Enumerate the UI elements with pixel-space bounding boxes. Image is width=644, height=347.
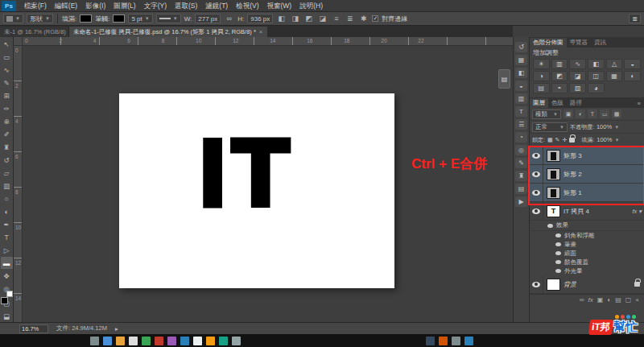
tab-channels[interactable]: 色版 bbox=[548, 98, 567, 108]
layer-name[interactable]: 矩形 3 bbox=[564, 151, 582, 160]
rectangle-shape-tool[interactable]: ▬ bbox=[1, 257, 13, 269]
fill-swatch[interactable] bbox=[80, 14, 92, 23]
filter-kind-dropdown[interactable]: 種類▼ bbox=[532, 109, 561, 119]
blur-tool[interactable]: ○ bbox=[1, 192, 13, 204]
dodge-tool[interactable]: ◐ bbox=[1, 205, 13, 217]
timeline-panel-icon[interactable]: ▤ bbox=[515, 184, 527, 194]
layer-thumbnail[interactable] bbox=[547, 168, 560, 180]
taskbar-app-icon[interactable] bbox=[155, 337, 163, 345]
exclude-shape-icon[interactable]: ◪ bbox=[317, 14, 328, 23]
taskbar-tray-icon[interactable] bbox=[426, 337, 435, 345]
tab-histogram[interactable]: 色階分佈圖 bbox=[530, 38, 567, 48]
path-selection-tool[interactable]: ▷ bbox=[1, 244, 13, 256]
text-layer-thumbnail[interactable]: T bbox=[547, 205, 560, 217]
taskbar-tray-icon[interactable] bbox=[452, 337, 460, 345]
info-panel-icon[interactable]: ◔ bbox=[515, 132, 527, 143]
eye-icon[interactable] bbox=[555, 260, 561, 264]
intersect-shape-icon[interactable]: ◩ bbox=[303, 14, 314, 23]
align-edges-checkbox[interactable]: ✓ bbox=[372, 15, 378, 22]
panel-menu-icon[interactable]: ≡ bbox=[634, 98, 644, 108]
canvas-area[interactable]: 0 2 4 6 8 10 12 14 16 18 20 22 0 2 4 6 8… bbox=[14, 37, 513, 322]
new-adjustment-layer-icon[interactable]: ◐ bbox=[607, 296, 611, 304]
menu-view[interactable]: 檢視(V) bbox=[232, 0, 262, 12]
visibility-toggle[interactable] bbox=[530, 184, 543, 201]
taskbar-app-icon[interactable] bbox=[129, 337, 138, 345]
fill-amount-value[interactable]: 100% bbox=[597, 136, 612, 143]
layer-row-rect2[interactable]: 矩形 2 bbox=[530, 165, 644, 184]
taskbar-app-icon[interactable] bbox=[116, 337, 125, 345]
link-layers-icon[interactable]: ∞ bbox=[580, 296, 584, 304]
filter-pixel-layers-icon[interactable]: ▣ bbox=[564, 109, 573, 118]
color-lookup-icon[interactable]: ▦ bbox=[606, 71, 623, 81]
combine-shapes-icon[interactable]: ◧ bbox=[276, 14, 287, 23]
clone-stamp-tool[interactable]: ♜ bbox=[1, 141, 13, 153]
stroke-width-dropdown[interactable]: 5 pt▼ bbox=[128, 14, 152, 23]
visibility-toggle[interactable] bbox=[530, 275, 543, 293]
visibility-toggle[interactable] bbox=[530, 202, 543, 220]
eye-icon[interactable] bbox=[555, 233, 561, 238]
layer-style-icon[interactable]: fx bbox=[588, 296, 593, 304]
spot-healing-tool[interactable]: ⊕ bbox=[1, 115, 13, 127]
taskbar-app-icon[interactable] bbox=[142, 337, 151, 345]
foreground-color-swatch[interactable] bbox=[1, 297, 8, 304]
history-brush-tool[interactable]: ↺ bbox=[1, 154, 13, 166]
tab-info[interactable]: 資訊 bbox=[591, 38, 609, 48]
delete-layer-icon[interactable]: × bbox=[635, 296, 639, 304]
effect-bevel-emboss[interactable]: 斜角和浮雕 bbox=[530, 231, 644, 240]
document-canvas[interactable]: IT bbox=[119, 93, 394, 288]
blend-mode-dropdown[interactable]: 正常▼ bbox=[532, 122, 568, 132]
background-color-swatch[interactable] bbox=[6, 291, 13, 297]
layer-row-rect3[interactable]: 矩形 3 bbox=[530, 147, 644, 165]
tab-paths[interactable]: 路徑 bbox=[567, 98, 585, 108]
move-tool[interactable]: ↖ bbox=[1, 38, 13, 50]
curves-icon[interactable]: ∿ bbox=[569, 59, 586, 69]
eye-icon[interactable] bbox=[555, 251, 561, 255]
threshold-icon[interactable]: ◓ bbox=[551, 83, 568, 93]
menu-file[interactable]: 檔案(F) bbox=[20, 0, 51, 12]
layer-name[interactable]: IT 拷貝 4 bbox=[564, 207, 589, 216]
gradient-tool[interactable]: ▥ bbox=[1, 180, 13, 192]
tab-navigator[interactable]: 導覽器 bbox=[567, 38, 592, 48]
layer-thumbnail[interactable] bbox=[547, 187, 560, 199]
zoom-level-field[interactable]: 16.7% bbox=[19, 324, 48, 333]
posterize-icon[interactable]: ▤ bbox=[533, 83, 550, 93]
link-dimensions-icon[interactable]: ∞ bbox=[224, 14, 234, 23]
tool-preset-picker[interactable]: ▼ bbox=[3, 14, 23, 23]
invert-icon[interactable]: ◐ bbox=[624, 71, 641, 81]
taskbar-tray-icon[interactable] bbox=[464, 337, 473, 345]
crop-tool[interactable]: ⊞ bbox=[1, 89, 13, 101]
effects-header-row[interactable]: 效果 bbox=[530, 221, 644, 231]
eyedropper-tool[interactable]: ✑ bbox=[1, 102, 13, 114]
background-thumbnail[interactable] bbox=[547, 279, 560, 291]
layer-row-text[interactable]: T IT 拷貝 4 fx▾ bbox=[530, 202, 644, 221]
hand-tool[interactable]: ✥ bbox=[1, 270, 13, 282]
tool-mode-dropdown[interactable]: 形狀▼ bbox=[27, 14, 53, 23]
gradient-map-icon[interactable]: ▧ bbox=[569, 83, 586, 93]
filter-type-layers-icon[interactable]: T bbox=[588, 109, 597, 118]
pen-tool[interactable]: ✒ bbox=[1, 218, 13, 230]
eye-icon[interactable] bbox=[547, 224, 553, 228]
actions-panel-icon[interactable]: ▶ bbox=[515, 196, 527, 207]
lock-all-icon[interactable] bbox=[569, 138, 575, 143]
character-panel-icon[interactable]: T bbox=[515, 106, 527, 117]
stroke-type-dropdown[interactable]: ▼ bbox=[156, 14, 181, 23]
history-panel-icon[interactable]: ↺ bbox=[515, 42, 527, 52]
taskbar-app-icon[interactable] bbox=[193, 337, 202, 345]
taskbar-app-icon[interactable] bbox=[219, 337, 228, 345]
taskbar-app-icon[interactable] bbox=[90, 337, 99, 345]
stroke-swatch[interactable] bbox=[113, 14, 125, 23]
hue-saturation-icon[interactable]: ◒ bbox=[624, 59, 641, 69]
layer-fx-badge[interactable]: fx▾ bbox=[632, 208, 644, 215]
layer-name[interactable]: 背景 bbox=[564, 280, 576, 289]
effect-outer-glow[interactable]: 外光暈 bbox=[530, 266, 644, 275]
status-options-arrow-icon[interactable]: ▸ bbox=[115, 325, 118, 333]
opacity-value[interactable]: 100% bbox=[597, 123, 612, 130]
visibility-toggle[interactable] bbox=[530, 147, 543, 164]
marquee-tool[interactable]: ▭ bbox=[1, 51, 13, 63]
filter-shape-layers-icon[interactable]: ▭ bbox=[600, 109, 609, 118]
subtract-shape-icon[interactable]: ◨ bbox=[290, 14, 300, 23]
filter-adjustment-layers-icon[interactable]: ◐ bbox=[576, 109, 585, 118]
type-tool[interactable]: T bbox=[1, 231, 13, 243]
vibrance-icon[interactable]: △ bbox=[606, 59, 623, 69]
color-panel-icon[interactable]: ◒ bbox=[515, 81, 527, 91]
